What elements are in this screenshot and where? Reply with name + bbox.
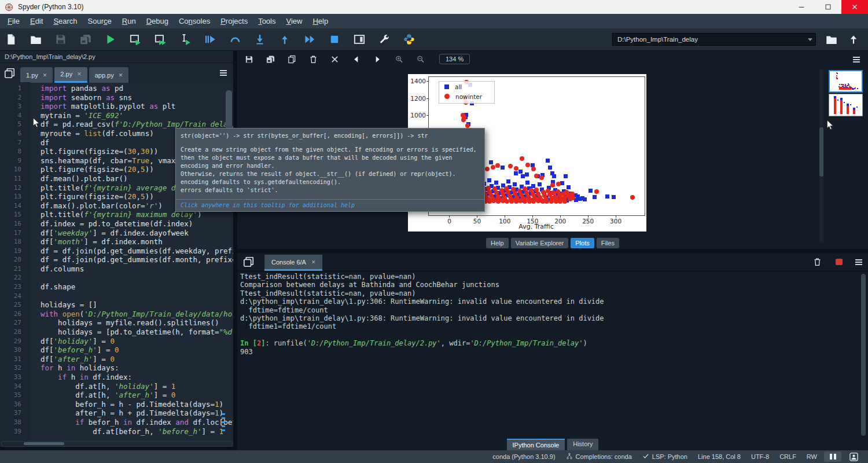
close-tab-icon[interactable]: ✕ xyxy=(311,259,316,265)
menu-view[interactable]: View xyxy=(281,15,308,27)
data-point-all xyxy=(567,185,571,189)
previous-plot-button[interactable] xyxy=(351,54,361,64)
x-tick-mark xyxy=(616,215,616,218)
copy-plot-button[interactable] xyxy=(287,54,296,64)
zoom-out-button[interactable] xyxy=(415,54,425,64)
pane-tab-files[interactable]: Files xyxy=(597,238,619,248)
status-crlf: CRLF xyxy=(779,453,796,460)
scrollbar-thumb[interactable] xyxy=(24,442,64,445)
thumb-point xyxy=(851,87,852,89)
menu-search[interactable]: Search xyxy=(48,15,82,27)
plots-options-menu-icon[interactable] xyxy=(852,55,861,64)
next-plot-button[interactable] xyxy=(373,54,382,64)
menu-debug[interactable]: Debug xyxy=(141,15,174,27)
run-button[interactable] xyxy=(103,32,118,47)
plot-thumbnail[interactable] xyxy=(829,94,863,116)
remove-all-plots-button[interactable] xyxy=(330,54,339,64)
tooltip-help-link[interactable]: Click anywhere in this tooltip for addit… xyxy=(176,199,484,211)
new-file-button[interactable] xyxy=(3,32,19,47)
tab-2.py[interactable]: 2.py✕ xyxy=(54,67,87,83)
preferences-button[interactable] xyxy=(377,32,392,47)
thumb-point xyxy=(857,88,858,89)
minimize-button[interactable] xyxy=(788,0,815,14)
pause-button[interactable] xyxy=(824,451,841,462)
editor-horizontal-scrollbar[interactable] xyxy=(1,441,233,447)
rerun-cell-button[interactable] xyxy=(203,32,218,47)
save-plot-button[interactable] xyxy=(244,54,253,64)
open-file-button[interactable] xyxy=(28,32,43,47)
plot-thumbnail-selected[interactable] xyxy=(829,70,863,93)
thumb-point xyxy=(841,84,842,85)
zoom-in-button[interactable] xyxy=(394,54,403,64)
editor-tab-bar: 1.py✕2.py✕app.py✕ xyxy=(0,63,233,83)
menu-consoles[interactable]: Consoles xyxy=(174,15,215,27)
menu-run[interactable]: Run xyxy=(117,15,141,27)
status-conda: conda (Python 3.10.9) xyxy=(492,453,555,460)
maximize-pane-button[interactable] xyxy=(352,32,367,47)
console-output[interactable]: Ttest_indResult(statistic=nan, pvalue=na… xyxy=(240,273,604,356)
tab-1.py[interactable]: 1.py✕ xyxy=(20,67,53,83)
console-options-menu-icon[interactable] xyxy=(854,258,863,267)
console-scrollbar[interactable] xyxy=(861,273,866,439)
data-point-nowinter xyxy=(556,182,561,186)
save-all-button[interactable] xyxy=(78,32,93,47)
browse-tabs-icon[interactable] xyxy=(4,68,15,79)
chevron-down-icon[interactable] xyxy=(806,35,814,43)
close-button[interactable] xyxy=(841,0,868,14)
parent-directory-button[interactable] xyxy=(846,32,861,47)
step-return-button[interactable] xyxy=(277,32,292,47)
browse-directory-button[interactable] xyxy=(824,32,839,47)
working-directory-combobox[interactable]: D:\Python_Imp\Train_delay xyxy=(612,33,816,46)
save-button[interactable] xyxy=(53,32,68,47)
code-line: 20df = df.join(pd.get_dummies(df.month, … xyxy=(0,255,233,264)
browse-tabs-icon[interactable] xyxy=(243,256,254,267)
data-point-nowinter xyxy=(544,197,549,202)
thumb-point xyxy=(843,89,844,90)
clear-console-icon[interactable] xyxy=(812,257,822,266)
debug-file-button[interactable] xyxy=(227,32,242,47)
run-cell-advance-button[interactable] xyxy=(153,32,168,47)
pane-tab-ipython-console[interactable]: IPython Console xyxy=(507,439,565,450)
save-all-plots-button[interactable] xyxy=(266,54,275,64)
status-rw: RW xyxy=(807,453,817,460)
tab-app.py[interactable]: app.py✕ xyxy=(89,67,129,83)
menu-edit[interactable]: Edit xyxy=(25,15,48,27)
scrollbar-thumb[interactable] xyxy=(861,274,866,436)
stop-button[interactable] xyxy=(327,32,342,47)
close-tab-icon[interactable]: ✕ xyxy=(119,72,123,78)
calltip-tooltip[interactable]: str(object='') -> str str(bytes_or_buffe… xyxy=(175,128,485,212)
square-marker-icon xyxy=(444,84,449,89)
scrollbar-thumb[interactable] xyxy=(819,127,823,177)
status-items: conda (Python 3.10.9)Completions: condaL… xyxy=(492,450,817,463)
maximize-button[interactable] xyxy=(815,0,841,14)
data-point-nowinter xyxy=(465,123,470,128)
run-cell-button[interactable] xyxy=(128,32,143,47)
pane-tab-plots[interactable]: Plots xyxy=(571,238,594,248)
occurrence-mark xyxy=(222,417,225,419)
thumb-point xyxy=(855,87,856,89)
status-label: UTF-8 xyxy=(751,453,769,460)
menu-tools[interactable]: Tools xyxy=(253,15,281,27)
close-tab-icon[interactable]: ✕ xyxy=(77,71,82,77)
data-point-all xyxy=(538,182,542,186)
menu-projects[interactable]: Projects xyxy=(215,15,253,27)
plots-scrollbar[interactable] xyxy=(819,69,823,243)
interrupt-kernel-icon[interactable] xyxy=(836,259,843,265)
pane-tab-variable-explorer[interactable]: Variable Explorer xyxy=(511,238,569,248)
pane-tab-help[interactable]: Help xyxy=(486,238,509,248)
profile-button[interactable] xyxy=(845,451,862,462)
remove-plot-button[interactable] xyxy=(308,54,318,64)
menu-help[interactable]: Help xyxy=(307,15,333,27)
legend-entry: nowinter xyxy=(439,91,494,101)
python-logo-button[interactable] xyxy=(402,32,417,47)
menu-file[interactable]: File xyxy=(2,15,25,27)
step-into-button[interactable] xyxy=(252,32,267,47)
editor-options-menu-icon[interactable] xyxy=(219,68,228,78)
menu-source[interactable]: Source xyxy=(83,15,117,27)
close-tab-icon[interactable]: ✕ xyxy=(43,72,47,78)
run-selection-button[interactable] xyxy=(178,32,193,47)
tab-console[interactable]: Console 6/A ✕ xyxy=(264,255,322,271)
code-line: 18df['month'] = df.index.month xyxy=(0,237,233,247)
pane-tab-history[interactable]: History xyxy=(567,439,598,450)
continue-button[interactable] xyxy=(302,32,317,47)
